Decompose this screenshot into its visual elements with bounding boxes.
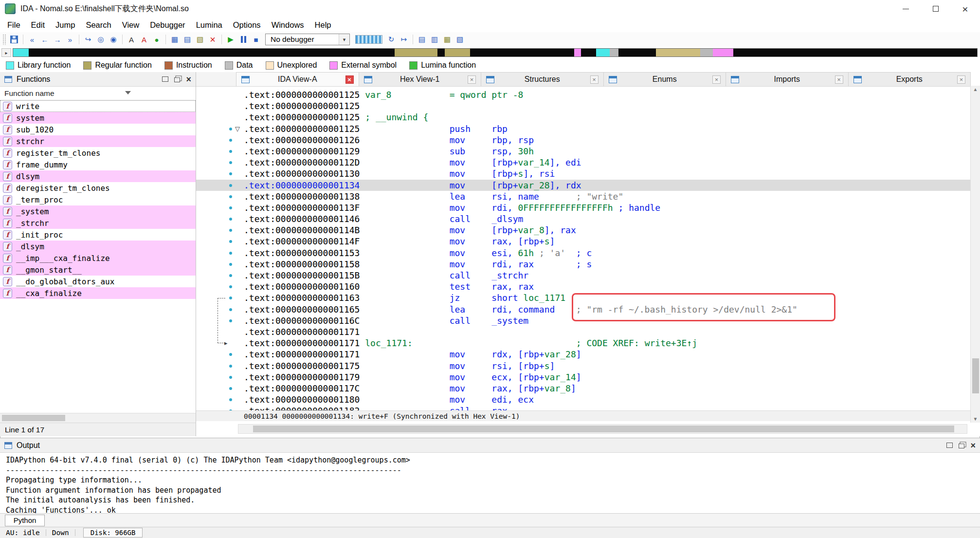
asm-line[interactable]: .text:0000000000001126 mov rbp, rsp [196, 134, 970, 146]
function-row[interactable]: f_system [0, 205, 196, 217]
scrollbar-thumb[interactable] [253, 426, 954, 432]
menu-help[interactable]: Help [309, 19, 337, 32]
asm-line[interactable]: .text:000000000000114B mov [rbp+var_8], … [196, 224, 970, 236]
tab-python[interactable]: Python [5, 515, 45, 526]
function-name-column-header[interactable]: Function name [0, 87, 196, 100]
asm-line[interactable]: .text:000000000000112D mov [rbp+var_14],… [196, 157, 970, 168]
asm-line[interactable]: .text:0000000000001171 loc_1171: ; CODE … [196, 337, 970, 349]
function-row[interactable]: f_dlsym [0, 241, 196, 252]
refresh-icon[interactable]: ↻ [385, 33, 398, 46]
menu-file[interactable]: File [2, 19, 26, 32]
scroll-down-icon[interactable]: ▼ [971, 416, 980, 422]
nav-forward-skip-button[interactable]: » [64, 33, 76, 46]
function-row[interactable]: f__gmon_start__ [0, 264, 196, 276]
tab-hex-view-1[interactable]: Hex View-1× [359, 72, 482, 86]
output-panel-titlebar[interactable]: Output × [0, 438, 980, 453]
asm-line[interactable]: .text:0000000000001138 lea rsi, name ; "… [196, 191, 970, 202]
asm-line[interactable]: .text:0000000000001134 mov [rbp+var_28],… [196, 180, 970, 191]
search-next-icon[interactable]: ◉ [107, 33, 120, 46]
nav-back-skip-button[interactable]: « [26, 33, 38, 46]
scroll-up-icon[interactable]: ▲ [971, 87, 980, 92]
menu-options[interactable]: Options [228, 19, 266, 32]
asm-line[interactable]: .text:0000000000001160 test rax, rax [196, 281, 970, 292]
save-button[interactable] [8, 33, 20, 46]
asm-line[interactable]: .text:000000000000117C mov rax, [rbp+var… [196, 383, 970, 394]
search-icon[interactable]: ◎ [94, 33, 107, 46]
text-search-button[interactable]: A [125, 33, 138, 46]
asm-line[interactable]: .text:0000000000001125 ; __unwind { [196, 111, 970, 123]
asm-line[interactable]: ▽.text:0000000000001125 push rbp [196, 123, 970, 134]
asm-line[interactable]: .text:0000000000001158 mov rdi, rax ; s [196, 259, 970, 270]
close-tab-icon[interactable]: × [712, 75, 721, 84]
menu-jump[interactable]: Jump [50, 19, 80, 32]
maximize-panel-icon[interactable] [946, 443, 953, 448]
ida-view-a-disassembly[interactable]: .text:0000000000001125 var_8 = qword ptr… [196, 87, 970, 410]
function-row[interactable]: fframe_dummy [0, 159, 196, 170]
tab-ida-view-a[interactable]: IDA View-A× [236, 72, 359, 86]
flow-chart-button[interactable]: ▤ [181, 33, 194, 46]
asm-line[interactable]: .text:0000000000001179 mov ecx, [rbp+var… [196, 371, 970, 383]
asm-line[interactable]: .text:000000000000114F mov rax, [rbp+s] [196, 236, 970, 247]
function-row[interactable]: fwrite [0, 100, 196, 112]
disassembly-vscrollbar[interactable]: ▲ ▼ [970, 86, 980, 423]
nav-back-button[interactable]: ← [38, 33, 51, 46]
color-dot-button[interactable]: ● [150, 33, 163, 46]
functions-hscrollbar[interactable] [0, 413, 196, 423]
maximize-panel-icon[interactable] [162, 76, 168, 82]
nav-forward-button[interactable]: → [51, 33, 64, 46]
close-panel-icon[interactable]: × [970, 441, 976, 450]
menu-debugger[interactable]: Debugger [145, 19, 190, 32]
asm-line[interactable]: .text:0000000000001125 [196, 100, 970, 111]
tab-exports[interactable]: Exports× [848, 72, 971, 86]
names-window-icon[interactable]: ▥ [428, 33, 441, 46]
asm-line[interactable]: .text:0000000000001130 mov [rbp+s], rsi [196, 168, 970, 179]
minimize-button[interactable] [891, 0, 921, 18]
toolbar-drag-handle[interactable] [2, 34, 6, 45]
close-tab-icon[interactable]: × [468, 75, 476, 84]
cancel-button[interactable]: × [206, 33, 219, 46]
debug-pause-button[interactable] [237, 33, 250, 46]
asm-line[interactable]: .text:000000000000113F mov rdi, 0FFFFFFF… [196, 202, 970, 213]
float-panel-icon[interactable] [959, 444, 964, 448]
close-panel-icon[interactable]: × [186, 75, 191, 84]
menu-lumina[interactable]: Lumina [191, 19, 228, 32]
jump-icon[interactable]: ↪ [82, 33, 94, 46]
navband-scroll-button[interactable]: ▸ [1, 48, 11, 57]
menu-edit[interactable]: Edit [26, 19, 50, 32]
menu-windows[interactable]: Windows [266, 19, 309, 32]
segments-window-icon[interactable]: ▤ [416, 33, 428, 46]
functions-panel-titlebar[interactable]: Functions × [0, 72, 196, 87]
asm-line[interactable]: .text:0000000000001125 var_8 = qword ptr… [196, 89, 970, 100]
float-panel-icon[interactable] [174, 77, 180, 82]
tab-enums[interactable]: Enums× [603, 72, 726, 86]
function-row[interactable]: fsystem [0, 112, 196, 124]
close-tab-icon[interactable]: × [957, 75, 965, 84]
asm-line[interactable]: .text:0000000000001129 sub rsp, 30h [196, 146, 970, 157]
color-instruction-button[interactable]: A [138, 33, 150, 46]
function-row[interactable]: f_strchr [0, 217, 196, 229]
function-row[interactable]: fregister_tm_clones [0, 147, 196, 159]
debug-stop-button[interactable]: ■ [250, 33, 262, 46]
close-tab-icon[interactable]: × [835, 75, 843, 84]
close-button[interactable]: × [950, 0, 980, 18]
asm-line[interactable]: .text:0000000000001182 call rax [196, 405, 970, 410]
functions-window-icon[interactable]: ▦ [441, 33, 454, 46]
step-icon[interactable]: ↦ [398, 33, 410, 46]
asm-line[interactable]: .text:0000000000001146 call _dlsym [196, 213, 970, 224]
function-row[interactable]: f__cxa_finalize [0, 287, 196, 299]
function-row[interactable]: fsub_1020 [0, 124, 196, 135]
close-tab-icon[interactable]: × [590, 75, 599, 84]
scrollbar-thumb[interactable] [972, 358, 979, 393]
function-row[interactable]: fderegister_tm_clones [0, 182, 196, 194]
output-log[interactable]: IDAPython 64-bit v7.4.0 final (serial 0)… [0, 453, 980, 513]
disassembly-hscrollbar[interactable] [238, 424, 967, 434]
debug-start-button[interactable]: ▶ [224, 33, 237, 46]
asm-line[interactable]: .text:0000000000001180 mov edi, ecx [196, 394, 970, 405]
close-tab-icon[interactable]: × [345, 75, 354, 84]
asm-line[interactable]: .text:0000000000001175 mov rsi, [rbp+s] [196, 360, 970, 371]
collapse-arrow-icon[interactable]: ▽ [235, 123, 240, 134]
asm-line[interactable]: .text:0000000000001171 mov rdx, [rbp+var… [196, 349, 970, 360]
asm-line[interactable]: .text:0000000000001153 mov esi, 61h ; 'a… [196, 247, 970, 259]
graph-view-button[interactable]: ▦ [168, 33, 181, 46]
function-row[interactable]: f__imp___cxa_finalize [0, 252, 196, 264]
